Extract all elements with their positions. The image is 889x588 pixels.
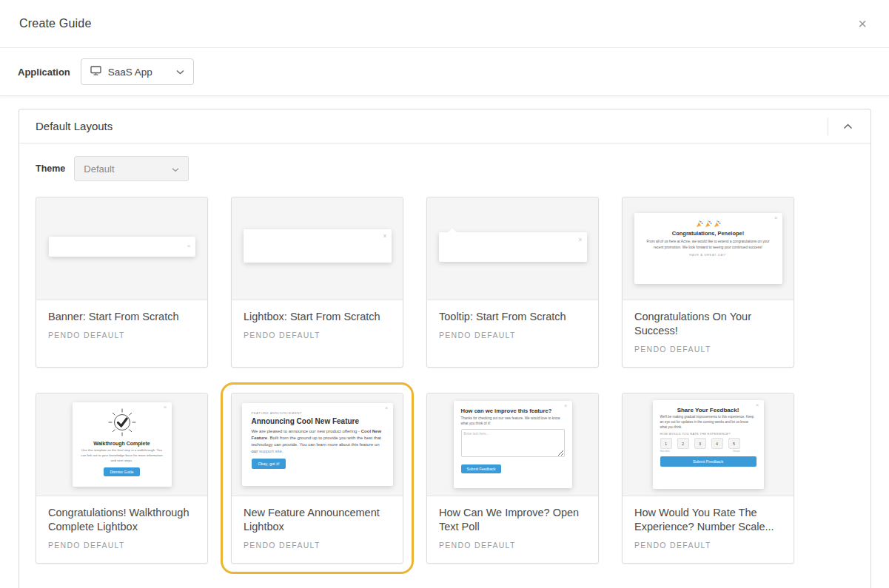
lightbox-preview: × xyxy=(232,197,403,300)
theme-label: Theme xyxy=(36,163,65,174)
close-icon: × xyxy=(164,405,167,410)
template-card-walkthrough-complete[interactable]: × xyxy=(36,393,208,564)
card-meta: How Would You Rate The Experience? Numbe… xyxy=(623,496,794,559)
mini-title: How can we improve this feature? xyxy=(461,408,565,414)
scale-option: 1 xyxy=(660,438,672,449)
template-card-tooltip[interactable]: × Tooltip: Start From Scratch PENDO DEFA… xyxy=(426,197,599,368)
template-card-open-text-poll[interactable]: × How can we improve this feature? Thank… xyxy=(426,393,599,564)
chevron-up-icon xyxy=(843,124,853,129)
card-subtitle: PENDO DEFAULT xyxy=(244,541,391,550)
card-meta: How Can We Improve? Open Text Poll PENDO… xyxy=(427,496,598,559)
banner-preview: × xyxy=(36,197,207,300)
create-guide-modal: Create Guide × Application SaaS App Defa… xyxy=(0,0,889,587)
mini-title: Announcing Cool New Feature xyxy=(252,417,383,425)
collapse-button[interactable] xyxy=(836,119,860,134)
card-subtitle: PENDO DEFAULT xyxy=(48,331,195,339)
mini-banner: × xyxy=(49,237,195,257)
mini-scale-label: HOW WOULD YOU RATE THE EXPERIENCE? xyxy=(660,432,757,436)
card-meta: Banner: Start From Scratch PENDO DEFAULT xyxy=(36,300,207,349)
card-meta: Congratulations On Your Success! PENDO D… xyxy=(623,300,794,363)
chevron-down-icon xyxy=(176,70,184,75)
card-subtitle: PENDO DEFAULT xyxy=(244,331,391,339)
mini-body: From all of us here at Acme, we would li… xyxy=(643,239,774,250)
mini-feedback-textarea xyxy=(461,429,565,457)
close-icon: × xyxy=(383,233,386,240)
mini-poll-dialog: × How can we improve this feature? Thank… xyxy=(454,401,572,488)
card-meta: Tooltip: Start From Scratch PENDO DEFAUL… xyxy=(427,300,598,349)
mini-walkthrough-dialog: × xyxy=(73,402,172,487)
default-layouts-panel: Default Layouts Theme Default xyxy=(19,109,871,588)
template-card-banner[interactable]: × Banner: Start From Scratch PENDO DEFAU… xyxy=(36,197,208,368)
mini-tooltip: × xyxy=(439,232,587,262)
mini-feature-dialog: × FEATURE ANNOUNCEMENT Announcing Cool N… xyxy=(242,403,393,486)
card-subtitle: PENDO DEFAULT xyxy=(634,345,782,354)
card-subtitle: PENDO DEFAULT xyxy=(439,331,586,339)
mini-scale-minmax: Horrible Great xyxy=(660,450,740,453)
scale-option: 4 xyxy=(711,438,723,449)
card-subtitle: PENDO DEFAULT xyxy=(439,541,586,550)
application-label: Application xyxy=(18,67,70,78)
close-icon: × xyxy=(578,237,582,243)
application-select-value: SaaS App xyxy=(108,67,170,78)
poll-preview: × How can we improve this feature? Thank… xyxy=(427,393,598,496)
card-title: How Can We Improve? Open Text Poll xyxy=(439,506,586,534)
template-card-congratulations[interactable]: × Congratulations, Penelope! From all of… xyxy=(622,197,794,368)
template-card-feature-announcement[interactable]: × FEATURE ANNOUNCEMENT Announcing Cool N… xyxy=(231,393,403,564)
mini-eyebrow: FEATURE ANNOUNCEMENT xyxy=(252,411,383,415)
panel-header: Default Layouts xyxy=(19,109,870,143)
monitor-icon xyxy=(90,66,101,78)
mini-submit-button: Submit Feedback xyxy=(660,456,757,467)
panel-title: Default Layouts xyxy=(36,120,828,132)
mini-title: Share Your Feedback! xyxy=(660,407,757,413)
close-icon: × xyxy=(564,403,568,409)
tooltip-caret xyxy=(446,227,457,237)
scale-option: 3 xyxy=(694,438,706,449)
mini-body: Use this template as the final step in a… xyxy=(79,448,165,463)
close-icon: × xyxy=(756,402,759,408)
close-icon: × xyxy=(774,215,778,221)
mini-dismiss-button: Dismiss Guide xyxy=(104,467,139,476)
party-popper-icons xyxy=(643,220,774,228)
mini-scale-boxes: 1 2 3 4 5 xyxy=(660,438,757,449)
scale-preview: × Share Your Feedback! We'll be making g… xyxy=(623,393,794,496)
card-subtitle: PENDO DEFAULT xyxy=(634,541,782,550)
mini-body: We are pleased to announce our new produ… xyxy=(252,428,383,455)
card-title: Banner: Start From Scratch xyxy=(48,310,195,324)
congratulations-preview: × Congratulations, Penelope! From all of… xyxy=(623,197,794,300)
card-title: Lightbox: Start From Scratch xyxy=(244,310,391,324)
card-meta: Congratulations! Walkthrough Complete Li… xyxy=(36,496,207,559)
mini-okay-button: Okay, got it! xyxy=(252,459,286,469)
close-icon: × xyxy=(187,243,191,249)
modal-header: Create Guide × xyxy=(0,0,889,48)
modal-body: Default Layouts Theme Default xyxy=(0,96,889,587)
card-subtitle: PENDO DEFAULT xyxy=(48,541,195,550)
card-title: How Would You Rate The Experience? Numbe… xyxy=(634,506,782,534)
card-meta: New Feature Announcement Lightbox PENDO … xyxy=(232,496,403,559)
application-select[interactable]: SaaS App xyxy=(81,58,194,85)
page-title: Create Guide xyxy=(19,17,855,30)
card-title: Tooltip: Start From Scratch xyxy=(439,310,586,324)
template-card-number-scale[interactable]: × Share Your Feedback! We'll be making g… xyxy=(622,393,794,564)
scale-option: 5 xyxy=(728,438,740,449)
card-title: Congratulations On Your Success! xyxy=(634,310,782,338)
template-card-lightbox[interactable]: × Lightbox: Start From Scratch PENDO DEF… xyxy=(231,197,403,368)
application-bar: Application SaaS App xyxy=(0,48,889,96)
mini-body: Thanks for checking out our new feature.… xyxy=(461,416,565,426)
chevron-down-icon xyxy=(172,163,179,175)
mini-title: Walkthrough Complete xyxy=(79,441,165,446)
check-burst-icon xyxy=(108,426,136,439)
tooltip-preview: × xyxy=(427,197,598,300)
mini-lightbox: × xyxy=(244,229,392,263)
divider xyxy=(828,118,828,135)
mini-congrats-dialog: × Congratulations, Penelope! From all of… xyxy=(634,213,782,284)
card-meta: Lightbox: Start From Scratch PENDO DEFAU… xyxy=(232,300,403,349)
theme-select[interactable]: Default xyxy=(74,156,189,181)
feature-preview: × FEATURE ANNOUNCEMENT Announcing Cool N… xyxy=(232,393,403,496)
mini-scale-dialog: × Share Your Feedback! We'll be making g… xyxy=(653,400,764,489)
layout-grid: × Banner: Start From Scratch PENDO DEFAU… xyxy=(36,197,854,564)
card-title: New Feature Announcement Lightbox xyxy=(244,506,391,534)
mini-footer: HAVE A GREAT DAY! xyxy=(643,253,774,257)
mini-submit-button: Submit Feedback xyxy=(461,464,502,473)
mini-body: We'll be making gradual improvements to … xyxy=(660,415,757,430)
close-icon[interactable]: × xyxy=(855,13,870,34)
